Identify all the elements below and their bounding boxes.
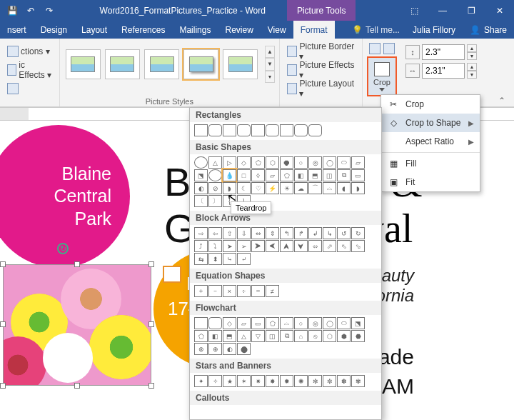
close-button[interactable]: ✕ xyxy=(485,0,514,21)
shape-item[interactable]: ▱ xyxy=(351,156,365,169)
shape-item[interactable]: △ xyxy=(208,156,222,169)
shape-item[interactable]: ⬣ xyxy=(351,330,365,342)
shape-item[interactable]: ⌓ xyxy=(280,317,293,329)
shape-item[interactable]: ⬄ xyxy=(308,240,322,252)
style-thumb[interactable] xyxy=(144,49,179,79)
selection-handle[interactable] xyxy=(74,383,80,389)
style-thumb[interactable] xyxy=(183,49,218,79)
shape-item[interactable]: ◊ xyxy=(251,169,265,181)
selection-handle[interactable] xyxy=(148,321,154,327)
shape-item[interactable]: ○ xyxy=(294,317,308,329)
shape-item[interactable]: ↲ xyxy=(308,227,322,239)
shape-item[interactable]: ⤷ xyxy=(223,253,236,265)
tell-me-search[interactable]: 💡 Tell me... xyxy=(346,25,405,35)
shape-item[interactable]: ▱ xyxy=(266,169,279,181)
shape-item[interactable]: ◧ xyxy=(208,330,222,342)
shape-item[interactable] xyxy=(237,124,251,136)
shape-item[interactable]: ⬡ xyxy=(266,156,279,169)
style-thumb[interactable] xyxy=(66,49,101,79)
shape-item[interactable]: × xyxy=(223,285,236,297)
artistic-effects-button[interactable]: ic Effects ▾ xyxy=(4,62,55,78)
redo-icon[interactable]: ↷ xyxy=(43,4,56,17)
shape-item[interactable]: □ xyxy=(237,169,251,181)
minimize-button[interactable]: — xyxy=(428,0,457,21)
menu-item-crop[interactable]: ✂Crop xyxy=(381,95,480,114)
shape-item[interactable]: ⌂ xyxy=(294,330,308,342)
shape-item[interactable]: ◐ xyxy=(223,343,236,355)
shape-item[interactable] xyxy=(280,124,293,136)
gallery-scroll[interactable]: ▲▼▾ xyxy=(265,46,275,83)
wrap-text-icon[interactable] xyxy=(383,43,395,54)
shape-item[interactable]: ⬀ xyxy=(323,240,336,252)
shape-item[interactable] xyxy=(251,124,265,136)
shape-item[interactable] xyxy=(208,124,222,136)
shape-item[interactable]: ⇧ xyxy=(223,227,236,239)
selection-handle[interactable] xyxy=(148,383,154,389)
shape-item[interactable]: ✶ xyxy=(237,375,251,387)
shape-item[interactable]: ⬤ xyxy=(237,343,251,355)
restore-button[interactable]: ❐ xyxy=(457,0,485,21)
shape-item[interactable]: ⊗ xyxy=(194,343,208,355)
shape-item[interactable]: ⬠ xyxy=(266,317,279,329)
shape-item[interactable]: ↰ xyxy=(280,227,293,239)
shape-item[interactable] xyxy=(294,124,308,136)
shape-item[interactable]: ✺ xyxy=(294,375,308,387)
undo-icon[interactable]: ↶ xyxy=(24,4,37,17)
shape-item[interactable]: ↺ xyxy=(337,227,351,239)
selection-handle[interactable] xyxy=(0,321,6,327)
shape-item[interactable]: ✹ xyxy=(280,375,293,387)
tab-layout[interactable]: Layout xyxy=(74,21,114,39)
width-input[interactable] xyxy=(422,63,465,79)
tab-review[interactable]: Review xyxy=(218,21,260,39)
shape-item[interactable]: △ xyxy=(237,330,251,342)
shape-item[interactable]: ⬠ xyxy=(251,156,265,169)
shape-item[interactable]: ⬠ xyxy=(194,330,208,342)
collapse-ribbon-icon[interactable]: ⌃ xyxy=(498,96,510,106)
shape-item[interactable] xyxy=(208,317,222,329)
style-thumb[interactable] xyxy=(105,49,140,79)
corrections-button[interactable]: ctions ▾ xyxy=(4,44,55,59)
shape-item[interactable]: ◫ xyxy=(323,169,336,181)
shape-item[interactable]: ➢ xyxy=(237,240,251,252)
shape-item[interactable]: ◗ xyxy=(351,182,365,194)
tab-format[interactable]: Format xyxy=(293,21,335,39)
shape-item[interactable]: ⬒ xyxy=(223,330,236,342)
menu-item-crop-to-shape[interactable]: ◇Crop to Shape▶ xyxy=(381,114,480,132)
shape-item[interactable]: ➤ xyxy=(223,240,236,252)
shape-item[interactable]: ≠ xyxy=(266,285,279,297)
save-icon[interactable]: 💾 xyxy=(6,4,19,17)
tab-insert[interactable]: nsert xyxy=(0,21,34,39)
share-button[interactable]: 👤 Share xyxy=(463,25,514,35)
picture-border-button[interactable]: Picture Border ▾ xyxy=(284,44,358,59)
selection-handle[interactable] xyxy=(0,383,6,389)
shape-item[interactable]: ✧ xyxy=(208,375,222,387)
shape-item[interactable]: ⬒ xyxy=(308,169,322,181)
shape-item[interactable]: ✻ xyxy=(308,375,322,387)
shape-item[interactable]: ◇ xyxy=(223,317,236,329)
shape-item[interactable]: ✼ xyxy=(323,375,336,387)
shape-item[interactable]: ⬁ xyxy=(337,240,351,252)
shape-item[interactable]: ✽ xyxy=(337,375,351,387)
shape-item[interactable]: ▭ xyxy=(251,317,265,329)
picture-layout-button[interactable]: Picture Layout ▾ xyxy=(284,81,358,96)
shape-item[interactable]: ▭ xyxy=(351,169,365,181)
shape-item[interactable]: ⬡ xyxy=(323,330,336,342)
shape-item[interactable]: ▽ xyxy=(251,330,265,342)
shape-item[interactable]: ⊘ xyxy=(208,182,222,194)
shape-item[interactable]: ◖ xyxy=(337,182,351,194)
shape-item[interactable]: 〕 xyxy=(208,195,222,207)
tab-design[interactable]: Design xyxy=(34,21,74,39)
tab-mailings[interactable]: Mailings xyxy=(172,21,218,39)
shape-item[interactable]: ✷ xyxy=(251,375,265,387)
ribbon-options-icon[interactable]: ⬚ xyxy=(400,0,428,21)
tab-references[interactable]: References xyxy=(114,21,172,39)
picture-styles-gallery[interactable]: ▲▼▾ xyxy=(66,46,275,83)
shape-item[interactable]: ⬔ xyxy=(194,169,208,181)
shape-item[interactable]: ＋ xyxy=(194,285,208,297)
shape-item[interactable]: ⌓ xyxy=(323,182,336,194)
shape-item[interactable]: ⤶ xyxy=(237,253,251,265)
style-thumb[interactable] xyxy=(223,49,258,79)
shape-item[interactable]: ⌒ xyxy=(308,182,322,194)
tab-view[interactable]: View xyxy=(261,21,293,39)
shape-item[interactable]: ⧉ xyxy=(337,169,351,181)
